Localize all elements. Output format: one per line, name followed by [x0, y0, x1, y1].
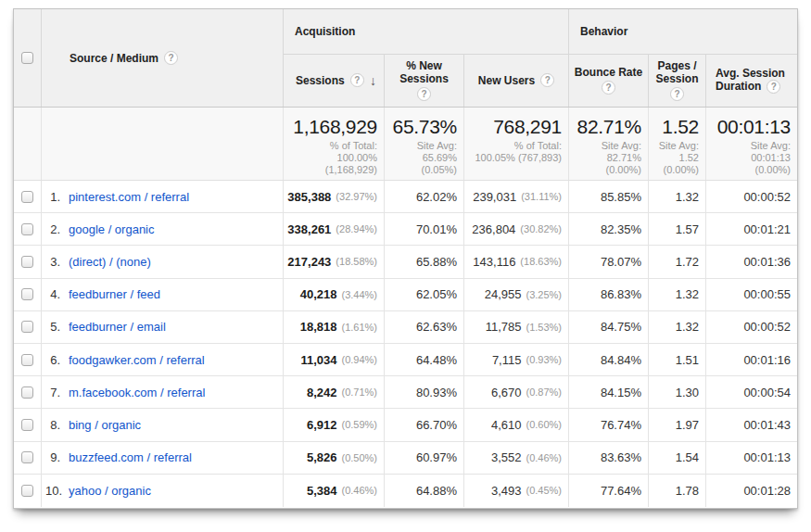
bounce-rate-cell: 83.63% — [569, 442, 649, 474]
sessions-cell: 8,242 (0.71%) — [284, 376, 385, 408]
new-users-value: 143,116 — [473, 255, 515, 269]
table-row: 5. feedburner / email 18,818 (1.61%) 62.… — [14, 311, 797, 344]
source-medium-column-header[interactable]: Source / Medium ? — [42, 9, 284, 107]
new-users-value: 4,610 — [491, 418, 522, 432]
source-medium-link[interactable]: pinterest.com / referral — [69, 190, 189, 204]
new-sessions-header-label: % New Sessions — [399, 59, 449, 85]
row-rank: 7. — [45, 386, 60, 399]
source-medium-link[interactable]: foodgawker.com / referral — [69, 353, 205, 367]
new-users-percent: (31.11%) — [521, 191, 562, 202]
sessions-value: 11,034 — [300, 353, 336, 367]
avg-duration-cell: 00:01:28 — [706, 475, 797, 507]
row-rank: 3. — [45, 255, 60, 269]
avg-duration-cell: 00:00:55 — [706, 279, 797, 310]
sessions-cell: 217,243 (18.58%) — [284, 246, 385, 277]
row-checkbox[interactable] — [21, 288, 33, 300]
new-sessions-cell: 62.05% — [385, 279, 464, 310]
summary-sessions-value: 1,168,929 — [285, 115, 377, 139]
new-users-percent: (0.60%) — [526, 419, 562, 430]
source-medium-cell: 6. foodgawker.com / referral — [42, 344, 284, 375]
summary-new-sessions-subtext: Site Avg: 65.69% (0.05%) — [386, 140, 457, 176]
bounce-rate-header-label: Bounce Rate — [575, 66, 642, 79]
bounce-rate-column-header[interactable]: Bounce Rate ? — [569, 55, 649, 107]
row-checkbox-cell — [14, 409, 42, 440]
bounce-rate-cell: 82.35% — [569, 213, 649, 245]
new-sessions-column-header[interactable]: % New Sessions ? — [385, 55, 464, 107]
select-all-checkbox[interactable] — [21, 52, 33, 64]
row-rank: 1. — [45, 190, 60, 204]
source-medium-cell: 10. yahoo / organic — [42, 475, 284, 507]
help-icon[interactable]: ? — [164, 51, 178, 65]
help-icon[interactable]: ? — [602, 81, 615, 95]
sessions-column-header[interactable]: Sessions ? ↓ — [284, 55, 385, 107]
source-medium-link[interactable]: google / organic — [69, 222, 155, 236]
help-icon[interactable]: ? — [350, 73, 364, 87]
sessions-percent: (0.46%) — [341, 485, 377, 496]
row-checkbox[interactable] — [21, 256, 33, 268]
source-medium-link[interactable]: buzzfeed.com / referral — [69, 450, 192, 464]
row-checkbox-cell — [14, 442, 42, 474]
new-users-percent: (3.25%) — [526, 289, 562, 300]
source-medium-link[interactable]: bing / organic — [69, 418, 141, 432]
source-medium-link[interactable]: feedburner / feed — [69, 287, 160, 301]
avg-duration-column-header[interactable]: Avg. Session Duration? — [706, 55, 797, 107]
new-users-value: 236,804 — [472, 222, 515, 236]
new-users-cell: 4,610 (0.60%) — [464, 409, 569, 440]
pages-session-header-label: Pages / Session — [655, 59, 698, 85]
row-checkbox[interactable] — [21, 354, 33, 366]
summary-pages-session-subtext: Site Avg: 1.52 (0.00%) — [651, 140, 699, 176]
sessions-header-label: Sessions — [296, 74, 345, 87]
new-users-value: 6,670 — [491, 386, 522, 399]
row-checkbox[interactable] — [21, 419, 33, 431]
new-users-cell: 7,115 (0.93%) — [464, 344, 569, 375]
pages-session-cell: 1.30 — [649, 376, 706, 408]
table-row: 1. pinterest.com / referral 385,388 (32.… — [14, 181, 797, 213]
summary-pages-session-value: 1.52 — [651, 115, 699, 139]
sessions-percent: (1.61%) — [341, 322, 377, 333]
pages-session-cell: 1.57 — [649, 213, 706, 245]
row-checkbox[interactable] — [21, 485, 33, 497]
sort-descending-icon[interactable]: ↓ — [370, 73, 376, 88]
sessions-value: 8,242 — [307, 386, 337, 399]
group-header-acquisition: Acquisition — [284, 9, 569, 54]
row-rank: 6. — [45, 353, 60, 367]
sessions-percent: (0.94%) — [341, 354, 377, 365]
help-icon[interactable]: ? — [670, 87, 684, 101]
source-medium-link[interactable]: (direct) / (none) — [69, 255, 151, 269]
sessions-cell: 18,818 (1.61%) — [284, 311, 385, 343]
pages-session-column-header[interactable]: Pages / Session ? — [649, 55, 706, 107]
new-users-cell: 3,493 (0.45%) — [464, 475, 569, 507]
help-icon[interactable]: ? — [540, 73, 554, 87]
bounce-rate-cell: 77.64% — [569, 475, 649, 507]
table-body: 1. pinterest.com / referral 385,388 (32.… — [14, 181, 797, 507]
source-medium-link[interactable]: yahoo / organic — [69, 484, 151, 498]
source-medium-link[interactable]: m.facebook.com / referral — [69, 386, 205, 399]
new-users-percent: (0.46%) — [526, 452, 562, 463]
sessions-value: 338,261 — [287, 222, 331, 236]
select-all-cell — [14, 9, 42, 107]
row-rank: 9. — [45, 450, 60, 464]
new-users-column-header[interactable]: New Users ? — [464, 55, 569, 107]
row-checkbox[interactable] — [21, 386, 33, 399]
source-medium-link[interactable]: feedburner / email — [69, 320, 166, 334]
help-icon[interactable]: ? — [417, 87, 431, 101]
table-header: Source / Medium ? Acquisition Behavior S… — [14, 9, 797, 108]
new-sessions-cell: 62.63% — [385, 311, 464, 343]
new-users-cell: 3,552 (0.46%) — [464, 442, 569, 474]
source-medium-report-table: Source / Medium ? Acquisition Behavior S… — [13, 8, 798, 509]
row-checkbox[interactable] — [21, 191, 33, 203]
row-checkbox[interactable] — [21, 451, 33, 463]
table-row: 8. bing / organic 6,912 (0.59%) 66.70% 4… — [14, 409, 797, 441]
bounce-rate-cell: 85.85% — [569, 181, 649, 212]
row-checkbox-cell — [14, 246, 42, 277]
help-icon[interactable]: ? — [767, 80, 780, 94]
row-checkbox[interactable] — [21, 321, 33, 333]
pages-session-cell: 1.78 — [649, 475, 706, 507]
sessions-percent: (0.59%) — [341, 419, 377, 430]
new-sessions-cell: 80.93% — [385, 376, 464, 408]
row-checkbox[interactable] — [21, 223, 33, 235]
pages-session-cell: 1.32 — [649, 181, 706, 212]
sessions-percent: (28.94%) — [336, 223, 377, 234]
pages-session-cell: 1.32 — [649, 279, 706, 310]
group-header-row: Acquisition Behavior — [284, 9, 797, 55]
